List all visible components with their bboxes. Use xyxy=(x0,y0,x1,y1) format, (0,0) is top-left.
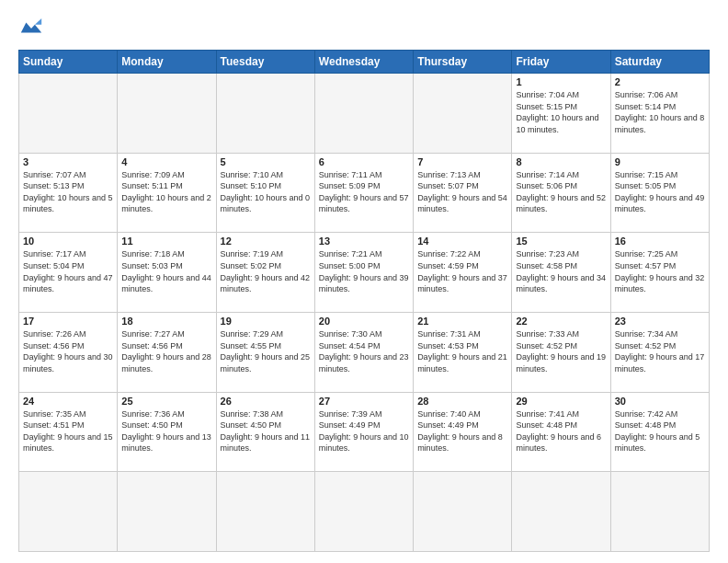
day-info: Sunrise: 7:04 AM Sunset: 5:15 PM Dayligh… xyxy=(516,89,606,135)
weekday-header-monday: Monday xyxy=(118,51,216,74)
day-number: 29 xyxy=(516,396,606,407)
day-info: Sunrise: 7:10 AM Sunset: 5:10 PM Dayligh… xyxy=(221,169,311,215)
day-number: 13 xyxy=(319,236,409,247)
calendar-cell: 13Sunrise: 7:21 AM Sunset: 5:00 PM Dayli… xyxy=(314,233,413,313)
day-number: 4 xyxy=(121,156,211,167)
calendar-cell: 23Sunrise: 7:34 AM Sunset: 4:52 PM Dayli… xyxy=(610,312,709,392)
day-info: Sunrise: 7:40 AM Sunset: 4:49 PM Dayligh… xyxy=(417,408,507,454)
calendar-cell: 30Sunrise: 7:42 AM Sunset: 4:48 PM Dayli… xyxy=(610,392,709,472)
day-number: 8 xyxy=(516,156,606,167)
header xyxy=(18,15,710,40)
day-info: Sunrise: 7:18 AM Sunset: 5:03 PM Dayligh… xyxy=(121,248,211,294)
calendar-cell: 14Sunrise: 7:22 AM Sunset: 4:59 PM Dayli… xyxy=(414,233,512,313)
day-number: 26 xyxy=(221,396,311,407)
calendar-cell: 27Sunrise: 7:39 AM Sunset: 4:49 PM Dayli… xyxy=(314,392,413,472)
calendar-cell xyxy=(414,472,512,552)
day-info: Sunrise: 7:19 AM Sunset: 5:02 PM Dayligh… xyxy=(221,248,311,294)
day-info: Sunrise: 7:21 AM Sunset: 5:00 PM Dayligh… xyxy=(319,248,409,294)
calendar-cell: 29Sunrise: 7:41 AM Sunset: 4:48 PM Dayli… xyxy=(512,392,610,472)
weekday-header-saturday: Saturday xyxy=(610,51,709,74)
day-number: 3 xyxy=(23,156,113,167)
day-info: Sunrise: 7:41 AM Sunset: 4:48 PM Dayligh… xyxy=(516,408,606,454)
calendar-cell xyxy=(19,74,118,154)
logo xyxy=(18,15,48,40)
day-number: 1 xyxy=(516,76,606,87)
day-info: Sunrise: 7:42 AM Sunset: 4:48 PM Dayligh… xyxy=(615,408,705,454)
calendar-cell: 21Sunrise: 7:31 AM Sunset: 4:53 PM Dayli… xyxy=(414,312,512,392)
day-number: 23 xyxy=(615,316,705,327)
calendar-cell: 1Sunrise: 7:04 AM Sunset: 5:15 PM Daylig… xyxy=(512,74,610,154)
day-info: Sunrise: 7:17 AM Sunset: 5:04 PM Dayligh… xyxy=(23,248,113,294)
day-info: Sunrise: 7:39 AM Sunset: 4:49 PM Dayligh… xyxy=(319,408,409,454)
day-number: 17 xyxy=(23,316,113,327)
day-info: Sunrise: 7:34 AM Sunset: 4:52 PM Dayligh… xyxy=(615,328,705,374)
calendar-cell: 25Sunrise: 7:36 AM Sunset: 4:50 PM Dayli… xyxy=(118,392,216,472)
calendar: SundayMondayTuesdayWednesdayThursdayFrid… xyxy=(18,50,710,552)
day-info: Sunrise: 7:31 AM Sunset: 4:53 PM Dayligh… xyxy=(417,328,507,374)
weekday-header-wednesday: Wednesday xyxy=(314,51,413,74)
day-number: 28 xyxy=(417,396,507,407)
day-number: 14 xyxy=(417,236,507,247)
calendar-cell: 17Sunrise: 7:26 AM Sunset: 4:56 PM Dayli… xyxy=(19,312,118,392)
day-info: Sunrise: 7:09 AM Sunset: 5:11 PM Dayligh… xyxy=(121,169,211,215)
day-info: Sunrise: 7:33 AM Sunset: 4:52 PM Dayligh… xyxy=(516,328,606,374)
weekday-header-sunday: Sunday xyxy=(19,51,118,74)
calendar-cell: 8Sunrise: 7:14 AM Sunset: 5:06 PM Daylig… xyxy=(512,153,610,233)
day-number: 25 xyxy=(121,396,211,407)
calendar-cell: 4Sunrise: 7:09 AM Sunset: 5:11 PM Daylig… xyxy=(118,153,216,233)
day-number: 21 xyxy=(417,316,507,327)
day-number: 6 xyxy=(319,156,409,167)
calendar-cell: 22Sunrise: 7:33 AM Sunset: 4:52 PM Dayli… xyxy=(512,312,610,392)
calendar-cell: 28Sunrise: 7:40 AM Sunset: 4:49 PM Dayli… xyxy=(414,392,512,472)
day-number: 18 xyxy=(121,316,211,327)
calendar-cell: 9Sunrise: 7:15 AM Sunset: 5:05 PM Daylig… xyxy=(610,153,709,233)
day-number: 9 xyxy=(615,156,705,167)
calendar-cell: 5Sunrise: 7:10 AM Sunset: 5:10 PM Daylig… xyxy=(216,153,314,233)
day-info: Sunrise: 7:14 AM Sunset: 5:06 PM Dayligh… xyxy=(516,169,606,215)
day-info: Sunrise: 7:07 AM Sunset: 5:13 PM Dayligh… xyxy=(23,169,113,215)
day-info: Sunrise: 7:23 AM Sunset: 4:58 PM Dayligh… xyxy=(516,248,606,294)
day-number: 19 xyxy=(221,316,311,327)
day-number: 16 xyxy=(615,236,705,247)
calendar-cell xyxy=(216,472,314,552)
calendar-cell xyxy=(118,74,216,154)
day-info: Sunrise: 7:22 AM Sunset: 4:59 PM Dayligh… xyxy=(417,248,507,294)
calendar-cell xyxy=(314,472,413,552)
calendar-cell xyxy=(118,472,216,552)
calendar-cell xyxy=(314,74,413,154)
day-info: Sunrise: 7:29 AM Sunset: 4:55 PM Dayligh… xyxy=(221,328,311,374)
calendar-cell: 15Sunrise: 7:23 AM Sunset: 4:58 PM Dayli… xyxy=(512,233,610,313)
calendar-cell xyxy=(216,74,314,154)
day-info: Sunrise: 7:15 AM Sunset: 5:05 PM Dayligh… xyxy=(615,169,705,215)
calendar-cell xyxy=(610,472,709,552)
day-number: 15 xyxy=(516,236,606,247)
calendar-cell: 3Sunrise: 7:07 AM Sunset: 5:13 PM Daylig… xyxy=(19,153,118,233)
day-info: Sunrise: 7:25 AM Sunset: 4:57 PM Dayligh… xyxy=(615,248,705,294)
calendar-cell: 24Sunrise: 7:35 AM Sunset: 4:51 PM Dayli… xyxy=(19,392,118,472)
day-number: 20 xyxy=(319,316,409,327)
calendar-cell: 7Sunrise: 7:13 AM Sunset: 5:07 PM Daylig… xyxy=(414,153,512,233)
weekday-header-thursday: Thursday xyxy=(414,51,512,74)
calendar-cell: 6Sunrise: 7:11 AM Sunset: 5:09 PM Daylig… xyxy=(314,153,413,233)
calendar-cell: 2Sunrise: 7:06 AM Sunset: 5:14 PM Daylig… xyxy=(610,74,709,154)
day-number: 30 xyxy=(615,396,705,407)
day-number: 11 xyxy=(121,236,211,247)
day-info: Sunrise: 7:35 AM Sunset: 4:51 PM Dayligh… xyxy=(23,408,113,454)
calendar-cell xyxy=(19,472,118,552)
weekday-header-friday: Friday xyxy=(512,51,610,74)
calendar-cell xyxy=(414,74,512,154)
day-number: 22 xyxy=(516,316,606,327)
day-info: Sunrise: 7:27 AM Sunset: 4:56 PM Dayligh… xyxy=(121,328,211,374)
day-number: 2 xyxy=(615,76,705,87)
day-info: Sunrise: 7:11 AM Sunset: 5:09 PM Dayligh… xyxy=(319,169,409,215)
calendar-cell xyxy=(512,472,610,552)
calendar-cell: 19Sunrise: 7:29 AM Sunset: 4:55 PM Dayli… xyxy=(216,312,314,392)
day-info: Sunrise: 7:38 AM Sunset: 4:50 PM Dayligh… xyxy=(221,408,311,454)
calendar-cell: 16Sunrise: 7:25 AM Sunset: 4:57 PM Dayli… xyxy=(610,233,709,313)
calendar-cell: 12Sunrise: 7:19 AM Sunset: 5:02 PM Dayli… xyxy=(216,233,314,313)
day-info: Sunrise: 7:26 AM Sunset: 4:56 PM Dayligh… xyxy=(23,328,113,374)
day-info: Sunrise: 7:30 AM Sunset: 4:54 PM Dayligh… xyxy=(319,328,409,374)
calendar-cell: 20Sunrise: 7:30 AM Sunset: 4:54 PM Dayli… xyxy=(314,312,413,392)
day-number: 10 xyxy=(23,236,113,247)
calendar-cell: 26Sunrise: 7:38 AM Sunset: 4:50 PM Dayli… xyxy=(216,392,314,472)
